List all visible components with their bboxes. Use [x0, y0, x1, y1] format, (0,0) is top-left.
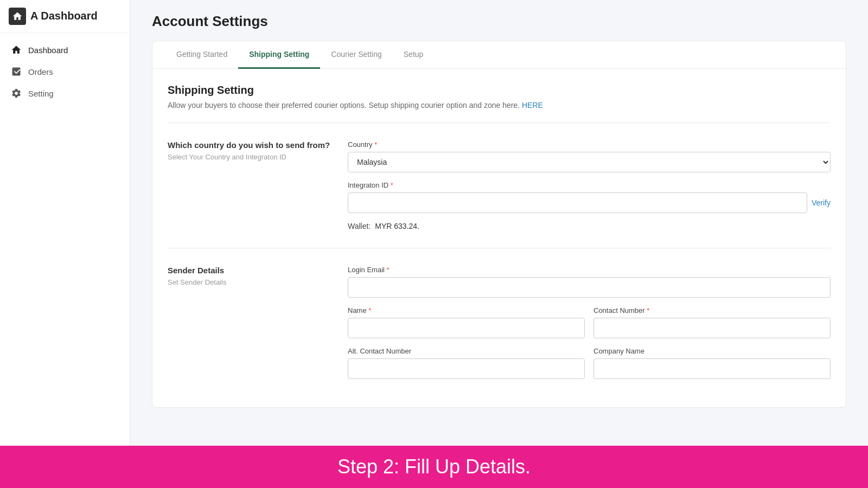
country-form-group: Country * Malaysia Singapore Indonesia T…: [348, 140, 831, 172]
alt-contact-form-group: Alt. Contact Number: [348, 347, 585, 379]
sidebar-item-setting-label: Setting: [28, 89, 54, 98]
home-icon: [11, 44, 22, 55]
sender-section-title: Sender Details: [168, 266, 330, 275]
sender-section-left: Sender Details Set Sender Details: [168, 266, 330, 388]
tabs-bar: Getting Started Shipping Setting Courier…: [152, 41, 846, 69]
company-input[interactable]: [593, 358, 831, 379]
country-section-right: Country * Malaysia Singapore Indonesia T…: [348, 140, 831, 230]
shipping-setting-title: Shipping Setting: [168, 84, 831, 97]
settings-card: Getting Started Shipping Setting Courier…: [152, 41, 846, 408]
name-form-group: Name *: [348, 306, 585, 338]
verify-link[interactable]: Verify: [812, 198, 831, 207]
sidebar: A Dashboard Dashboard Orders Setting: [0, 0, 130, 446]
wallet-row: Wallet: MYR 633.24.: [348, 222, 831, 230]
country-section-title: Which country do you wish to send from?: [168, 140, 330, 150]
sender-section-subtitle: Set Sender Details: [168, 278, 330, 286]
integration-row: Verify: [348, 192, 831, 213]
page-title: Account Settings: [152, 13, 846, 30]
contact-form-group: Contact Number *: [593, 306, 831, 338]
integration-required: *: [391, 181, 393, 189]
name-required: *: [368, 306, 371, 314]
sender-section-right: Login Email * Name *: [348, 266, 831, 388]
sidebar-item-orders-label: Orders: [28, 67, 53, 76]
orders-icon: [11, 66, 22, 77]
bottom-banner: Step 2: Fill Up Details.: [0, 446, 868, 488]
country-section-left: Which country do you wish to send from? …: [168, 140, 330, 230]
integration-label: Integraton ID *: [348, 181, 831, 189]
alt-contact-label: Alt. Contact Number: [348, 347, 585, 355]
sidebar-nav: Dashboard Orders Setting: [0, 33, 130, 111]
login-email-required: *: [387, 266, 390, 274]
sidebar-logo: A Dashboard: [0, 0, 130, 33]
country-required: *: [374, 140, 377, 149]
sidebar-item-setting[interactable]: Setting: [0, 82, 130, 104]
main-content: Account Settings Getting Started Shippin…: [130, 0, 868, 446]
country-section: Which country do you wish to send from? …: [168, 136, 831, 235]
name-contact-row: Name * Contact Number *: [348, 306, 831, 347]
bottom-banner-text: Step 2: Fill Up Details.: [337, 455, 531, 478]
contact-label: Contact Number *: [593, 306, 831, 314]
country-section-subtitle: Select Your Country and Integraton ID: [168, 153, 330, 161]
country-label: Country *: [348, 140, 831, 149]
tab-shipping-setting[interactable]: Shipping Setting: [238, 41, 320, 69]
app-title: A Dashboard: [30, 10, 98, 22]
tab-courier-setting[interactable]: Courier Setting: [320, 41, 392, 69]
login-email-form-group: Login Email *: [348, 266, 831, 298]
logo-icon: [9, 8, 26, 25]
name-input[interactable]: [348, 318, 585, 338]
login-email-input[interactable]: [348, 277, 831, 298]
login-email-label: Login Email *: [348, 266, 831, 274]
name-label: Name *: [348, 306, 585, 314]
sidebar-item-dashboard[interactable]: Dashboard: [0, 39, 130, 61]
tab-content: Shipping Setting Allow your buyers to ch…: [152, 69, 846, 407]
tab-getting-started[interactable]: Getting Started: [165, 41, 238, 69]
contact-required: *: [647, 306, 649, 314]
sender-section: Sender Details Set Sender Details Login …: [168, 261, 831, 392]
divider-1: [168, 123, 831, 123]
wallet-label: Wallet:: [348, 222, 371, 230]
contact-input[interactable]: [593, 318, 831, 338]
tab-setup[interactable]: Setup: [393, 41, 435, 69]
integration-form-group: Integraton ID * Verify: [348, 181, 831, 213]
shipping-setting-desc: Allow your buyers to choose their prefer…: [168, 101, 831, 110]
here-link[interactable]: HERE: [522, 101, 543, 110]
company-label: Company Name: [593, 347, 831, 355]
integration-id-input[interactable]: [348, 192, 807, 213]
country-select[interactable]: Malaysia Singapore Indonesia Thailand: [348, 152, 831, 172]
home-filled-icon: [12, 11, 23, 22]
alt-contact-input[interactable]: [348, 358, 585, 379]
sidebar-item-dashboard-label: Dashboard: [28, 46, 68, 55]
wallet-value: MYR 633.24.: [375, 222, 419, 230]
company-form-group: Company Name: [593, 347, 831, 379]
gear-icon: [11, 88, 22, 99]
alt-company-row: Alt. Contact Number Company Name: [348, 347, 831, 388]
divider-2: [168, 248, 831, 248]
sidebar-item-orders[interactable]: Orders: [0, 61, 130, 82]
